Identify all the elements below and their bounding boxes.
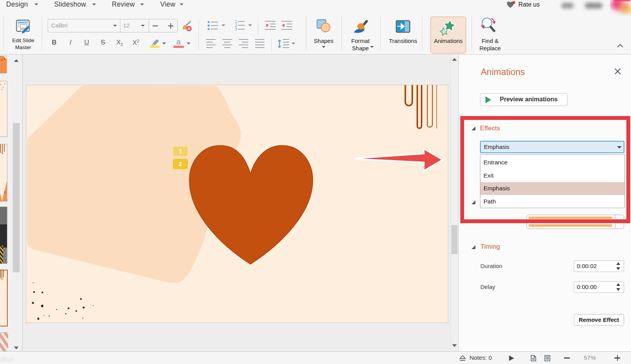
svg-text:3: 3 [235,27,237,31]
svg-text:2: 2 [179,161,182,167]
svg-text:1: 1 [179,148,182,154]
